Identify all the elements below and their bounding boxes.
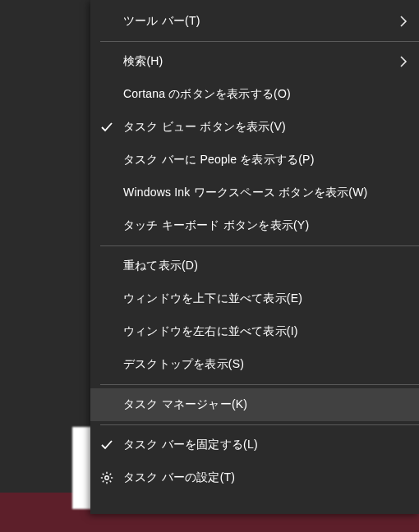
menu-item-show-desktop[interactable]: デスクトップを表示(S) — [90, 348, 419, 381]
taskbar-context-menu: ツール バー(T) 検索(H) Cortana のボタンを表示する(O) タスク… — [90, 0, 419, 514]
menu-item-taskview[interactable]: タスク ビュー ボタンを表示(V) — [90, 111, 419, 144]
svg-line-7 — [103, 481, 104, 483]
menu-label: ウィンドウを左右に並べて表示(I) — [123, 324, 407, 339]
menu-label: ツール バー(T) — [123, 14, 399, 29]
menu-item-touchkb[interactable]: タッチ キーボード ボタンを表示(Y) — [90, 209, 419, 242]
menu-item-toolbars[interactable]: ツール バー(T) — [90, 5, 419, 38]
svg-line-8 — [110, 474, 112, 475]
menu-item-ink[interactable]: Windows Ink ワークスペース ボタンを表示(W) — [90, 177, 419, 209]
separator — [100, 384, 419, 385]
chevron-right-icon — [399, 16, 407, 27]
menu-label: タスク マネージャー(K) — [123, 397, 407, 412]
menu-item-cortana[interactable]: Cortana のボタンを表示する(O) — [90, 78, 419, 111]
menu-label: タスク ビュー ボタンを表示(V) — [123, 120, 407, 135]
separator — [100, 41, 419, 42]
menu-label: 検索(H) — [123, 54, 399, 69]
menu-item-people[interactable]: タスク バーに People を表示する(P) — [90, 144, 419, 177]
menu-item-task-manager[interactable]: タスク マネージャー(K) — [90, 388, 419, 421]
menu-item-lock-taskbar[interactable]: タスク バーを固定する(L) — [90, 429, 419, 461]
menu-item-search[interactable]: 検索(H) — [90, 45, 419, 78]
svg-line-5 — [103, 474, 104, 475]
menu-label: タスク バーの設定(T) — [123, 470, 407, 485]
menu-label: Cortana のボタンを表示する(O) — [123, 87, 407, 102]
svg-point-0 — [105, 476, 108, 479]
menu-label: 重ねて表示(D) — [123, 259, 407, 273]
check-icon — [90, 121, 123, 134]
menu-label: デスクトップを表示(S) — [123, 357, 407, 372]
separator — [100, 424, 419, 425]
menu-label: タスク バーに People を表示する(P) — [123, 153, 407, 167]
menu-item-cascade[interactable]: 重ねて表示(D) — [90, 250, 419, 282]
menu-item-sidebyside[interactable]: ウィンドウを左右に並べて表示(I) — [90, 315, 419, 348]
menu-label: タスク バーを固定する(L) — [123, 438, 407, 452]
separator — [100, 245, 419, 246]
menu-item-taskbar-settings[interactable]: タスク バーの設定(T) — [90, 461, 419, 494]
svg-line-6 — [110, 481, 112, 483]
gear-icon — [90, 471, 123, 484]
menu-label: ウィンドウを上下に並べて表示(E) — [123, 291, 407, 306]
menu-label: タッチ キーボード ボタンを表示(Y) — [123, 218, 407, 233]
check-icon — [90, 438, 123, 452]
menu-label: Windows Ink ワークスペース ボタンを表示(W) — [123, 186, 407, 200]
menu-item-stacked[interactable]: ウィンドウを上下に並べて表示(E) — [90, 282, 419, 315]
chevron-right-icon — [399, 56, 407, 67]
